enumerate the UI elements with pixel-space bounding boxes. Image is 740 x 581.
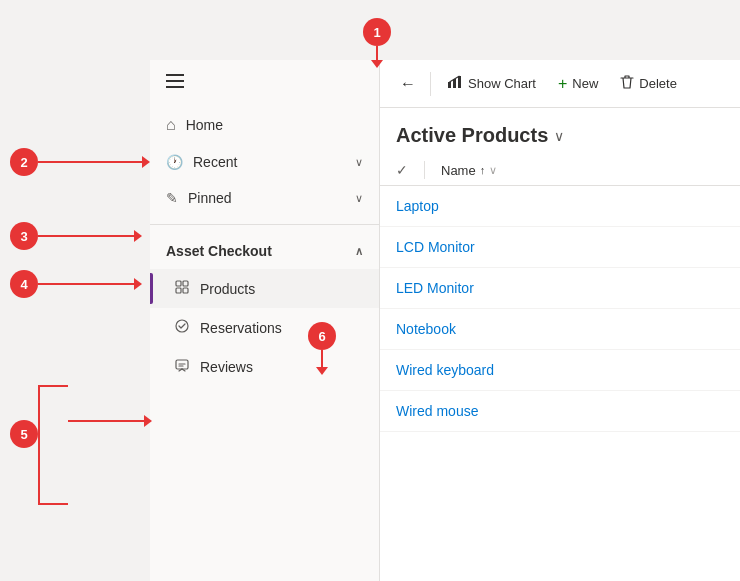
hamburger-line [166, 74, 184, 76]
sidebar-item-home[interactable]: ⌂ Home [150, 106, 379, 144]
item-wired-keyboard[interactable]: Wired keyboard [396, 362, 494, 378]
sort-asc-icon: ↑ [480, 164, 486, 176]
list-check-icon: ✓ [396, 162, 408, 178]
content-header: Active Products ∨ [380, 108, 740, 155]
new-label: New [572, 76, 598, 91]
list-header: ✓ Name ↑ ∨ [380, 155, 740, 186]
item-wired-mouse[interactable]: Wired mouse [396, 403, 478, 419]
list-items-container: Laptop LCD Monitor LED Monitor Notebook … [380, 186, 740, 432]
recent-icon: 🕐 [166, 154, 183, 170]
reservations-icon [174, 318, 190, 337]
sidebar: ⌂ Home 🕐 Recent ∨ ✎ Pinned ∨ Asset Check… [150, 60, 380, 581]
sidebar-item-recent-label: Recent [193, 154, 237, 170]
sidebar-item-pinned[interactable]: ✎ Pinned ∨ [150, 180, 379, 216]
annotation-6-arrowhead [316, 367, 328, 375]
sort-desc-icon[interactable]: ∨ [489, 164, 497, 177]
pinned-icon: ✎ [166, 190, 178, 206]
svg-rect-10 [448, 82, 451, 88]
sidebar-section-title: Asset Checkout [166, 243, 272, 259]
hamburger-icon [166, 74, 184, 88]
annotation-3: 3 [10, 222, 38, 250]
list-item[interactable]: Wired keyboard [380, 350, 740, 391]
content-title-chevron-icon[interactable]: ∨ [554, 128, 564, 144]
svg-rect-1 [183, 281, 188, 286]
annotation-2-arrowhead [142, 156, 150, 168]
annotation-2: 2 [10, 148, 38, 176]
bracket-left [38, 385, 40, 505]
svg-rect-12 [458, 76, 461, 88]
chart-icon [447, 75, 463, 92]
new-icon: + [558, 75, 567, 93]
annotation-4: 4 [10, 270, 38, 298]
annotation-2-arrow [38, 161, 146, 163]
sidebar-item-pinned-label: Pinned [188, 190, 232, 206]
show-chart-button[interactable]: Show Chart [437, 69, 546, 98]
sidebar-item-reviews-label: Reviews [200, 359, 253, 375]
section-chevron-up-icon: ∧ [355, 245, 363, 258]
delete-icon [620, 74, 634, 93]
name-col-label: Name [441, 163, 476, 178]
sidebar-item-home-label: Home [186, 117, 223, 133]
sidebar-item-recent[interactable]: 🕐 Recent ∨ [150, 144, 379, 180]
delete-button[interactable]: Delete [610, 68, 687, 99]
sidebar-item-reservations-label: Reservations [200, 320, 282, 336]
list-item[interactable]: Wired mouse [380, 391, 740, 432]
svg-rect-0 [176, 281, 181, 286]
item-led-monitor[interactable]: LED Monitor [396, 280, 474, 296]
products-icon [174, 279, 190, 298]
annotation-5: 5 [10, 420, 38, 448]
annotation-4-arrow [38, 283, 138, 285]
reviews-icon [174, 357, 190, 376]
sidebar-app-items: Products Reservations [150, 269, 379, 386]
toolbar: ← Show Chart + New Del [380, 60, 740, 108]
list-col-name-header[interactable]: Name ↑ ∨ [441, 163, 497, 178]
hamburger-line [166, 80, 184, 82]
sidebar-item-products-label: Products [200, 281, 255, 297]
main-content: ← Show Chart + New Del [380, 60, 740, 581]
bracket-bottom [38, 503, 68, 505]
annotation-4-arrowhead [134, 278, 142, 290]
bracket-top [38, 385, 68, 387]
pinned-chevron-icon: ∨ [355, 192, 363, 205]
item-notebook[interactable]: Notebook [396, 321, 456, 337]
recent-chevron-icon: ∨ [355, 156, 363, 169]
annotation-1-arrowhead [371, 60, 383, 68]
new-button[interactable]: + New [548, 69, 608, 99]
item-laptop[interactable]: Laptop [396, 198, 439, 214]
svg-point-4 [176, 320, 188, 332]
annotation-3-arrow [38, 235, 138, 237]
annotation-1: 1 [363, 18, 391, 46]
svg-rect-2 [176, 288, 181, 293]
bracket-arrowhead [144, 415, 152, 427]
back-button[interactable]: ← [392, 68, 424, 100]
content-title: Active Products [396, 124, 548, 147]
list-item[interactable]: Notebook [380, 309, 740, 350]
sidebar-nav: ⌂ Home 🕐 Recent ∨ ✎ Pinned ∨ Asset Check… [150, 102, 379, 390]
sidebar-section-header[interactable]: Asset Checkout ∧ [150, 233, 379, 269]
hamburger-line [166, 86, 184, 88]
bracket-arrow-line [68, 420, 148, 422]
list-item[interactable]: Laptop [380, 186, 740, 227]
list-item[interactable]: LCD Monitor [380, 227, 740, 268]
sidebar-item-reviews[interactable]: Reviews [150, 347, 379, 386]
delete-label: Delete [639, 76, 677, 91]
back-icon: ← [400, 75, 416, 93]
annotation-6: 6 [308, 322, 336, 350]
list-header-divider [424, 161, 425, 179]
sidebar-divider [150, 224, 379, 225]
svg-rect-3 [183, 288, 188, 293]
annotation-3-arrowhead [134, 230, 142, 242]
show-chart-label: Show Chart [468, 76, 536, 91]
list-item[interactable]: LED Monitor [380, 268, 740, 309]
home-icon: ⌂ [166, 116, 176, 134]
svg-rect-11 [453, 79, 456, 88]
hamburger-menu-button[interactable] [150, 60, 379, 102]
item-lcd-monitor[interactable]: LCD Monitor [396, 239, 475, 255]
sidebar-item-reservations[interactable]: Reservations [150, 308, 379, 347]
toolbar-divider-1 [430, 72, 431, 96]
sidebar-item-products[interactable]: Products [150, 269, 379, 308]
